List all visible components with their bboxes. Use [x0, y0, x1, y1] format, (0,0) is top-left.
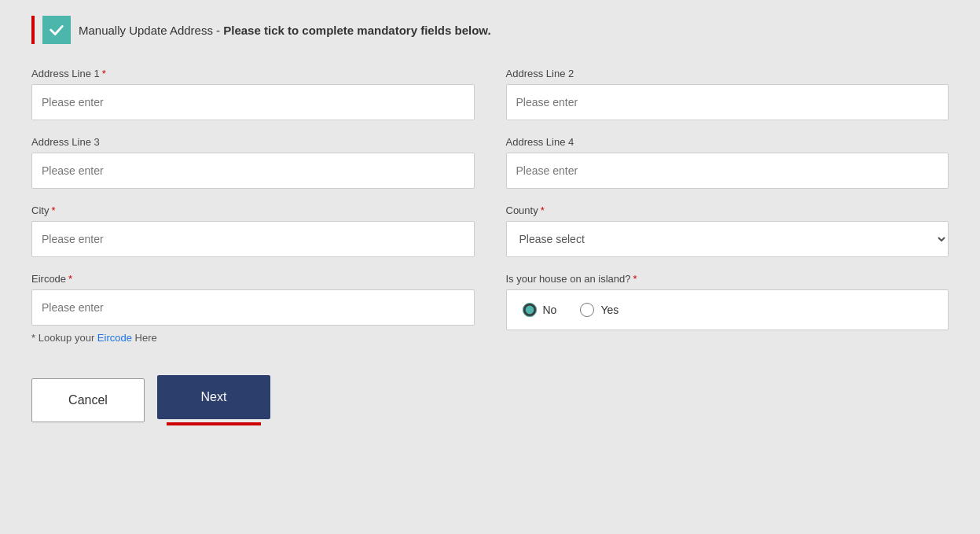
required-star-1: * — [102, 68, 106, 79]
county-select[interactable]: Please select Carlow Cavan Clare Cork Do… — [506, 221, 949, 257]
address-line-1-group: Address Line 1* — [31, 68, 475, 120]
island-no-label: No — [543, 304, 557, 316]
island-question-label: Is your house on an island?* — [506, 273, 949, 285]
page-wrapper: Manually Update Address - Please tick to… — [0, 0, 980, 534]
island-section: No Yes — [506, 289, 949, 330]
eircode-label: Eircode* — [31, 273, 475, 285]
address-line-2-label: Address Line 2 — [506, 68, 949, 79]
island-wrapper: Is your house on an island?* No Yes — [506, 273, 949, 344]
button-row: Cancel Next — [31, 375, 949, 425]
address-line-1-label: Address Line 1* — [31, 68, 475, 79]
required-star-eircode: * — [68, 273, 72, 285]
eircode-group: Eircode* * Lookup your Eircode Here — [31, 273, 475, 344]
address-line-1-input[interactable] — [31, 84, 475, 120]
island-yes-option[interactable]: Yes — [580, 303, 618, 317]
required-star-island: * — [633, 273, 637, 285]
required-star-county: * — [541, 204, 545, 216]
next-button-wrapper: Next — [157, 375, 270, 425]
checkbox-icon — [42, 16, 71, 44]
eircode-link[interactable]: Eircode — [97, 332, 132, 344]
address-line-2-group: Address Line 2 — [506, 68, 949, 120]
address-line-3-group: Address Line 3 — [31, 136, 475, 189]
city-group: City* — [31, 204, 475, 257]
address-line-4-label: Address Line 4 — [506, 136, 949, 148]
eircode-input[interactable] — [31, 289, 475, 326]
island-yes-radio[interactable] — [580, 303, 594, 317]
address-line-4-input[interactable] — [506, 153, 949, 189]
city-label: City* — [31, 204, 475, 216]
required-star-city: * — [51, 204, 55, 216]
address-line-3-input[interactable] — [31, 153, 475, 189]
island-no-radio[interactable] — [523, 303, 537, 317]
eircode-lookup-text: * Lookup your Eircode Here — [31, 332, 475, 344]
city-input[interactable] — [31, 221, 475, 257]
next-button[interactable]: Next — [157, 375, 270, 419]
county-label: County* — [506, 204, 949, 216]
island-radio-group: No Yes — [523, 303, 933, 317]
island-yes-label: Yes — [600, 304, 618, 316]
header-title: Manually Update Address - Please tick to… — [79, 24, 491, 37]
island-no-option[interactable]: No — [523, 303, 557, 317]
form-grid: Address Line 1* Address Line 2 Address L… — [31, 68, 949, 344]
address-line-3-label: Address Line 3 — [31, 136, 475, 148]
address-line-4-group: Address Line 4 — [506, 136, 949, 189]
header-bar: Manually Update Address - Please tick to… — [31, 16, 949, 44]
county-group: County* Please select Carlow Cavan Clare… — [506, 204, 949, 257]
next-button-underline — [167, 422, 261, 425]
cancel-button[interactable]: Cancel — [31, 378, 145, 422]
address-line-2-input[interactable] — [506, 84, 949, 120]
